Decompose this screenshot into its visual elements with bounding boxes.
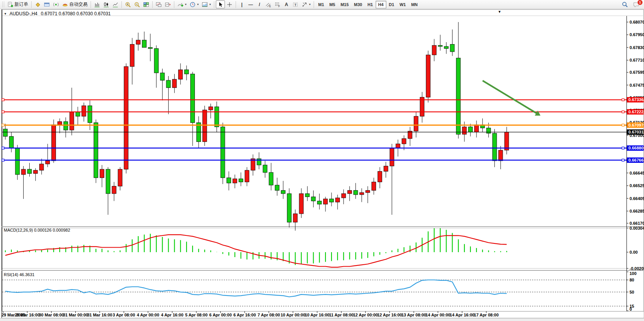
signals-button[interactable]: [51, 0, 61, 8]
x-axis-label: 13 Apr 08:00: [402, 313, 426, 317]
x-axis-label: 31 Mar 16:00: [87, 313, 112, 317]
timeframe-button-MN[interactable]: MN: [408, 1, 420, 8]
chart-canvas[interactable]: 0.680700.679500.678300.677100.675950.674…: [0, 0, 644, 321]
timeframe-button-M30[interactable]: M30: [351, 1, 365, 8]
cursor-button[interactable]: [216, 0, 225, 8]
bar-chart-button[interactable]: [92, 0, 102, 8]
current-price-label: 0.67031: [628, 130, 644, 134]
toolbar-right-group: 1: [620, 0, 642, 8]
autotrading-label: 自动交易: [69, 1, 88, 8]
macd-axis-tick-label: 0.00304: [630, 226, 644, 230]
price-axis-tick-label: 0.66170: [630, 221, 644, 226]
separator: [214, 1, 214, 8]
timeframe-button-W1[interactable]: W1: [397, 1, 409, 8]
x-axis-label: 12 Apr 16:00: [377, 313, 402, 317]
templates-button[interactable]: ▾: [200, 0, 212, 8]
separator: [152, 1, 153, 8]
zoom-out-button[interactable]: [132, 0, 142, 8]
price-axis-tick-label: 0.67950: [630, 32, 644, 37]
indicators-icon: [177, 2, 183, 8]
expand-icon[interactable]: ▼: [498, 10, 501, 14]
candlestick-chart-button[interactable]: [102, 0, 111, 8]
indicators-button[interactable]: ▾: [176, 0, 188, 8]
notification-badge: 1: [637, 0, 643, 5]
market-watch-button[interactable]: [33, 0, 42, 8]
x-axis-label: 11 Apr 08:00: [329, 313, 354, 317]
equidistant-channel-button[interactable]: E: [264, 0, 273, 8]
window-left-edge: [2, 10, 2, 318]
rsi-axis-tick-label: 0: [630, 307, 632, 311]
new-order-button[interactable]: 新订单: [6, 0, 30, 8]
bar-chart-icon: [94, 2, 100, 8]
zoom-out-icon: [134, 2, 140, 8]
fibonacci-button[interactable]: F: [273, 0, 282, 8]
search-button[interactable]: [620, 0, 630, 8]
window-menu-icon[interactable]: ▼: [4, 12, 7, 16]
panel-separator[interactable]: [2, 270, 644, 271]
chart-ohlc-values: 0.67071 0.67080 0.67030 0.67031: [41, 11, 111, 16]
horizontal-line-icon: —: [249, 2, 253, 7]
candle: [51, 119, 56, 163]
chart-shift-button[interactable]: [163, 0, 172, 8]
toolbar-grip[interactable]: [2, 2, 4, 7]
tile-windows-button[interactable]: [142, 0, 151, 8]
periods-button[interactable]: ▾: [188, 0, 200, 8]
timeframe-button-D1[interactable]: D1: [386, 1, 397, 8]
clock-icon: [190, 2, 196, 8]
new-order-label: 新订单: [14, 1, 28, 8]
timeframe-button-M1[interactable]: M1: [316, 1, 327, 8]
price-axis-tick-label: 0.67595: [630, 70, 644, 75]
x-axis-label: 10 Apr 16:00: [305, 313, 330, 317]
zoom-in-button[interactable]: [123, 0, 132, 8]
data-window-button[interactable]: [42, 0, 51, 8]
svg-text:T: T: [295, 3, 297, 6]
autotrading-button[interactable]: 自动交易: [61, 0, 89, 8]
x-axis-label: 14 Apr 00:00: [426, 313, 450, 317]
x-axis-label: 4 Apr 16:00: [161, 313, 183, 317]
zoom-in-icon: [125, 2, 131, 8]
separator: [314, 1, 314, 8]
notifications-button[interactable]: 1: [631, 0, 641, 8]
candle: [426, 51, 430, 102]
auto-arrange-button[interactable]: [154, 0, 163, 8]
chevron-down-icon: ▾: [309, 3, 311, 6]
crosshair-button[interactable]: [225, 0, 234, 8]
panel-separator[interactable]: [2, 226, 644, 227]
shapes-button[interactable]: ▾: [300, 0, 312, 8]
line-chart-icon: [112, 2, 118, 8]
x-axis-label: 7 Apr 08:00: [258, 313, 280, 317]
macd-axis-tick-label: 0.00: [630, 250, 638, 254]
timeframe-button-M15[interactable]: M15: [338, 1, 351, 8]
macd-axis-tick-label: -0.00205: [630, 266, 644, 271]
horizontal-line-button[interactable]: —: [246, 0, 255, 8]
text-button[interactable]: A: [282, 0, 291, 8]
hline-price-label: 0.67097: [628, 123, 644, 127]
x-axis-label: 31 Mar 00:00: [63, 313, 88, 317]
rsi-axis-tick-label: 80: [630, 278, 634, 282]
timeframe-button-M5[interactable]: M5: [327, 1, 338, 8]
trendline-button[interactable]: /: [255, 0, 264, 8]
x-axis-label: 3 Apr 08:00: [113, 313, 135, 317]
rsi-axis-tick-label: 100: [630, 271, 636, 276]
separator: [91, 1, 91, 8]
vertical-line-button[interactable]: |: [238, 0, 246, 8]
x-axis-label: 12 Apr 00:00: [353, 313, 378, 317]
vertical-line-icon: |: [241, 2, 242, 7]
rsi-indicator-label: RSI(14) 46.3631: [4, 272, 35, 277]
x-axis-label: 4 Apr 00:00: [137, 313, 159, 317]
line-chart-button[interactable]: [111, 0, 120, 8]
autotrading-icon: [62, 2, 68, 8]
x-axis-label: 29 Mar 16:00: [14, 313, 40, 317]
hline-price-label: 0.67336: [628, 97, 644, 102]
text-label-button[interactable]: T: [291, 0, 300, 8]
price-axis-tick-label: 0.67710: [630, 58, 644, 62]
timeframe-button-H4[interactable]: H4: [376, 1, 386, 8]
chart-symbol-period: AUDUSD-,H4: [10, 11, 37, 16]
timeframe-button-H1[interactable]: H1: [365, 1, 375, 8]
chart-shift-icon: [165, 2, 171, 8]
macd-indicator-label: MACD(12,26,9) 0.000126 0.000982: [4, 228, 70, 232]
hline-price-label: 0.66766: [628, 158, 644, 162]
text-label-icon: T: [292, 2, 298, 8]
hline-price-label: 0.66880: [628, 146, 644, 150]
price-axis-tick-label: 0.67830: [630, 45, 644, 50]
